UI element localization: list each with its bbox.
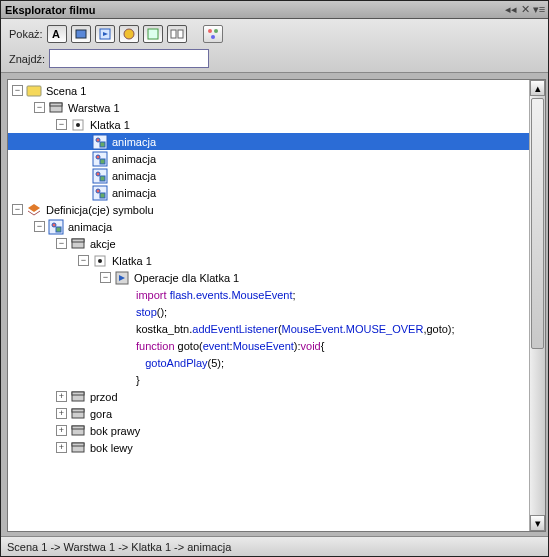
toolbar: Pokaż: A Znajdź:	[1, 19, 548, 73]
node-label: Klatka 1	[90, 119, 130, 131]
node-label: Warstwa 1	[68, 102, 120, 114]
close-icon[interactable]: ✕	[520, 4, 530, 16]
svg-rect-4	[148, 29, 158, 39]
tree-node-operations[interactable]: − Operacje dla Klatka 1	[8, 269, 545, 286]
svg-rect-13	[50, 103, 62, 106]
filter-frames-button[interactable]	[167, 25, 187, 43]
tree-node-animacja[interactable]: animacja	[8, 133, 545, 150]
movieclip-icon	[92, 151, 108, 167]
tree-node-animacja[interactable]: animacja	[8, 167, 545, 184]
collapse-toggle[interactable]: −	[12, 85, 23, 96]
collapse-toggle[interactable]: −	[56, 119, 67, 130]
movieclip-icon	[92, 134, 108, 150]
movieclip-icon	[92, 185, 108, 201]
frame-icon	[92, 253, 108, 269]
find-label: Znajdź:	[9, 53, 45, 65]
frame-icon	[70, 117, 86, 133]
panel-menu-icon[interactable]: ▾≡	[534, 4, 544, 16]
layer-icon	[70, 406, 86, 422]
collapse-icon[interactable]: ◂◂	[506, 4, 516, 16]
filter-movieclips-button[interactable]	[95, 25, 115, 43]
code-line[interactable]: gotoAndPlay(5);	[8, 354, 545, 371]
tree-node-scene[interactable]: − Scena 1	[8, 82, 545, 99]
scroll-down-button[interactable]: ▾	[530, 515, 545, 531]
node-label: Klatka 1	[112, 255, 152, 267]
tree-node-animacja[interactable]: animacja	[8, 184, 545, 201]
node-label: Operacje dla Klatka 1	[134, 272, 239, 284]
tree-node-def-animacja[interactable]: − animacja	[8, 218, 545, 235]
code-line[interactable]: stop();	[8, 303, 545, 320]
tree-node-actions-frame[interactable]: − Klatka 1	[8, 252, 545, 269]
node-label: animacja	[68, 221, 112, 233]
svg-rect-5	[171, 30, 176, 38]
tree-node-definitions[interactable]: − Definicja(cje) symbolu	[8, 201, 545, 218]
svg-rect-1	[76, 30, 86, 38]
svg-point-8	[214, 29, 218, 33]
layer-icon	[70, 423, 86, 439]
collapse-toggle[interactable]: −	[78, 255, 89, 266]
panel-titlebar: Eksplorator filmu ◂◂ ✕ ▾≡	[1, 1, 548, 19]
expand-toggle[interactable]: +	[56, 408, 67, 419]
status-bar: Scena 1 -> Warstwa 1 -> Klatka 1 -> anim…	[1, 536, 548, 556]
svg-rect-27	[100, 193, 105, 198]
tree-node-przod[interactable]: + przod	[8, 388, 545, 405]
node-label: bok lewy	[90, 442, 133, 454]
tree-node-frame[interactable]: − Klatka 1	[8, 116, 545, 133]
code-line[interactable]: import flash.events.MouseEvent;	[8, 286, 545, 303]
svg-point-9	[211, 35, 215, 39]
find-input[interactable]	[49, 49, 209, 68]
svg-rect-41	[72, 426, 84, 429]
node-label: akcje	[90, 238, 116, 250]
node-label: bok prawy	[90, 425, 140, 437]
code-line[interactable]: function goto(event:MouseEvent):void{	[8, 337, 545, 354]
definitions-icon	[26, 202, 42, 218]
node-label: animacja	[112, 153, 156, 165]
movieclip-icon	[48, 219, 64, 235]
svg-rect-37	[72, 392, 84, 395]
customize-filter-button[interactable]	[203, 25, 223, 43]
show-label: Pokaż:	[9, 28, 43, 40]
collapse-toggle[interactable]: −	[34, 102, 45, 113]
collapse-toggle[interactable]: −	[12, 204, 23, 215]
svg-rect-24	[100, 176, 105, 181]
tree-node-actions[interactable]: − akcje	[8, 235, 545, 252]
expand-toggle[interactable]: +	[56, 425, 67, 436]
scroll-track[interactable]	[530, 96, 545, 515]
tree-node-bokprawy[interactable]: + bok prawy	[8, 422, 545, 439]
filter-buttons-button[interactable]	[71, 25, 91, 43]
vertical-scrollbar[interactable]: ▴ ▾	[529, 80, 545, 531]
layer-icon	[48, 100, 64, 116]
expand-toggle[interactable]: +	[56, 391, 67, 402]
collapse-toggle[interactable]: −	[56, 238, 67, 249]
scroll-thumb[interactable]	[531, 98, 544, 349]
scroll-up-button[interactable]: ▴	[530, 80, 545, 96]
svg-rect-43	[72, 443, 84, 446]
layer-icon	[70, 389, 86, 405]
svg-rect-21	[100, 159, 105, 164]
collapse-toggle[interactable]: −	[100, 272, 111, 283]
code-line[interactable]: }	[8, 371, 545, 388]
filter-graphics-button[interactable]	[143, 25, 163, 43]
movieclip-icon	[92, 168, 108, 184]
layer-icon	[70, 440, 86, 456]
node-label: Scena 1	[46, 85, 86, 97]
tree-node-layer[interactable]: − Warstwa 1	[8, 99, 545, 116]
svg-text:A: A	[52, 28, 60, 40]
breadcrumb: Scena 1 -> Warstwa 1 -> Klatka 1 -> anim…	[7, 541, 231, 553]
node-label: przod	[90, 391, 118, 403]
panel-title: Eksplorator filmu	[5, 4, 506, 16]
tree-node-boklewy[interactable]: + bok lewy	[8, 439, 545, 456]
filter-video-button[interactable]	[119, 25, 139, 43]
collapse-toggle[interactable]: −	[34, 221, 45, 232]
layer-icon	[70, 236, 86, 252]
svg-point-26	[96, 189, 100, 193]
expand-toggle[interactable]: +	[56, 442, 67, 453]
node-label: gora	[90, 408, 112, 420]
svg-rect-18	[100, 142, 105, 147]
tree-node-animacja[interactable]: animacja	[8, 150, 545, 167]
code-line[interactable]: kostka_btn.addEventListener(MouseEvent.M…	[8, 320, 545, 337]
actions-icon	[114, 270, 130, 286]
tree-node-gora[interactable]: + gora	[8, 405, 545, 422]
svg-rect-6	[178, 30, 183, 38]
filter-text-button[interactable]: A	[47, 25, 67, 43]
